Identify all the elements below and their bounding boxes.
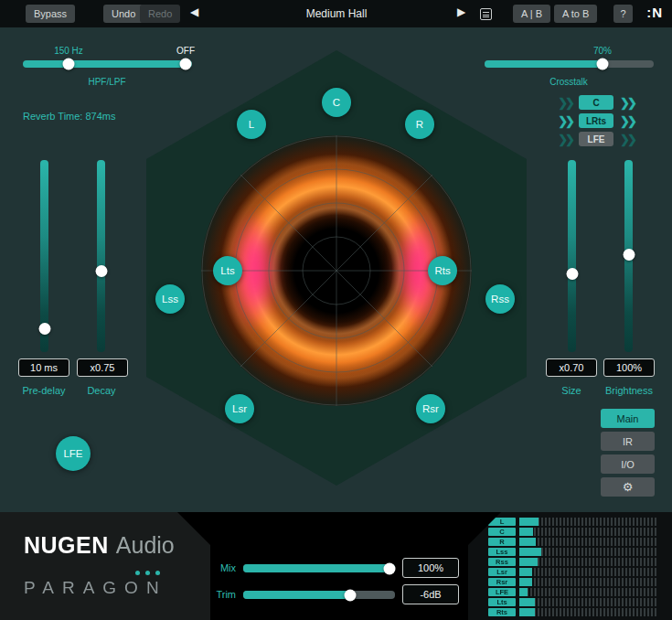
speaker-node-l[interactable]: L bbox=[237, 110, 266, 139]
bypass-button[interactable]: Bypass bbox=[26, 5, 75, 23]
speaker-node-lsr[interactable]: Lsr bbox=[225, 394, 254, 423]
hpf-lpf-slider[interactable] bbox=[23, 60, 192, 68]
mix-fill bbox=[243, 564, 395, 572]
pre-delay-handle[interactable] bbox=[38, 323, 50, 335]
meter-channel-label[interactable]: C bbox=[488, 528, 516, 536]
routing-out-chevron-icon[interactable]: ❯❯ bbox=[620, 115, 635, 127]
bottom-bar: NUGENAudio PARAGON Mix 100% Trim -6dB L … bbox=[0, 512, 672, 620]
meter-bar bbox=[519, 558, 656, 566]
meter-channel-label[interactable]: Lss bbox=[488, 548, 516, 556]
meter-channel-label[interactable]: R bbox=[488, 538, 516, 546]
decay-label: Decay bbox=[71, 385, 132, 396]
meter-bar bbox=[519, 568, 656, 576]
size-slider[interactable] bbox=[568, 160, 576, 352]
tab-main[interactable]: Main bbox=[601, 409, 655, 428]
previous-preset-icon[interactable]: ◀ bbox=[190, 5, 198, 18]
mix-value[interactable]: 100% bbox=[402, 558, 459, 578]
nugen-logo: :N bbox=[646, 5, 663, 20]
hpf-value-label: 150 Hz bbox=[41, 46, 96, 56]
brand-panel: NUGENAudio PARAGON bbox=[0, 512, 212, 620]
size-label: Size bbox=[549, 385, 594, 396]
meter-row: LFE bbox=[488, 587, 656, 597]
crosstalk-value-label: 70% bbox=[580, 46, 625, 56]
crosstalk-fill bbox=[485, 60, 603, 68]
settings-gear-button[interactable]: ⚙ bbox=[601, 477, 655, 497]
speaker-node-r[interactable]: R bbox=[405, 110, 434, 139]
meter-row: Rts bbox=[488, 607, 656, 617]
pre-delay-value[interactable]: 10 ms bbox=[18, 358, 69, 377]
meter-channel-label[interactable]: Rss bbox=[488, 558, 516, 566]
lpf-handle[interactable] bbox=[180, 59, 192, 70]
list-icon bbox=[480, 8, 492, 20]
routing-row-c: ❯❯ C ❯❯ bbox=[545, 94, 647, 111]
brightness-label: Brightness bbox=[592, 385, 666, 396]
speaker-node-rsr[interactable]: Rsr bbox=[416, 394, 445, 423]
ab-compare-button[interactable]: A | B bbox=[513, 5, 550, 23]
undo-button[interactable]: Undo bbox=[103, 5, 144, 23]
trim-value[interactable]: -6dB bbox=[402, 584, 459, 604]
meter-bar bbox=[519, 548, 656, 556]
routing-out-chevron-icon[interactable]: ❯❯ bbox=[620, 134, 635, 145]
trim-handle[interactable] bbox=[345, 589, 357, 601]
meter-channel-label[interactable]: Rts bbox=[488, 608, 516, 616]
trim-label: Trim bbox=[199, 589, 236, 600]
hpf-handle[interactable] bbox=[63, 59, 75, 70]
crosstalk-label: Crosstalk bbox=[532, 77, 605, 87]
routing-lfe-button[interactable]: LFE bbox=[579, 132, 613, 146]
product-name: PARAGON bbox=[24, 578, 167, 598]
meter-channel-label[interactable]: L bbox=[488, 518, 516, 526]
size-value[interactable]: x0.70 bbox=[546, 358, 597, 377]
meter-channel-label[interactable]: Lts bbox=[488, 598, 516, 606]
mix-slider[interactable] bbox=[243, 564, 395, 572]
redo-button[interactable]: Redo bbox=[140, 5, 180, 23]
decay-handle[interactable] bbox=[95, 265, 107, 277]
hpf-lpf-label: HPF/LPF bbox=[70, 77, 144, 87]
pre-delay-slider[interactable] bbox=[40, 160, 48, 352]
help-button[interactable]: ? bbox=[613, 5, 633, 23]
routing-out-chevron-icon[interactable]: ❯❯ bbox=[620, 97, 635, 109]
next-preset-icon[interactable]: ▶ bbox=[457, 5, 465, 18]
speaker-node-lts[interactable]: Lts bbox=[213, 256, 242, 285]
meter-row: Lts bbox=[488, 597, 656, 607]
routing-in-chevron-icon[interactable]: ❯❯ bbox=[558, 134, 572, 145]
meter-channel-label[interactable]: LFE bbox=[488, 588, 516, 596]
tab-io[interactable]: I/O bbox=[601, 454, 655, 474]
speaker-node-lss[interactable]: Lss bbox=[155, 284, 185, 314]
trim-fill bbox=[243, 591, 354, 599]
decay-value[interactable]: x0.75 bbox=[77, 358, 128, 377]
speaker-node-rss[interactable]: Rss bbox=[485, 284, 515, 314]
meter-rows: L C R Lss Rss Lsr Rsr LFE Lts Rts bbox=[488, 517, 656, 617]
speaker-node-rts[interactable]: Rts bbox=[428, 256, 457, 285]
a-to-b-button[interactable]: A to B bbox=[554, 5, 597, 23]
preset-list-button[interactable] bbox=[476, 5, 496, 23]
meter-channel-label[interactable]: Rsr bbox=[488, 578, 516, 586]
meter-bar bbox=[519, 578, 656, 586]
brightness-value[interactable]: 100% bbox=[603, 358, 655, 377]
brightness-handle[interactable] bbox=[623, 249, 635, 261]
meter-row: Rsr bbox=[488, 577, 656, 587]
routing-in-chevron-icon[interactable]: ❯❯ bbox=[558, 97, 572, 109]
routing-lrts-button[interactable]: LRts bbox=[579, 113, 613, 128]
crosstalk-handle[interactable] bbox=[597, 59, 609, 70]
speaker-node-c[interactable]: C bbox=[322, 88, 351, 117]
meter-row: Lsr bbox=[488, 567, 656, 577]
size-handle[interactable] bbox=[566, 268, 578, 280]
paragon-plugin-window: Bypass Undo Redo ◀ Medium Hall ▶ A | B A… bbox=[0, 0, 672, 620]
preset-name[interactable]: Medium Hall bbox=[238, 7, 435, 20]
speaker-node-lfe[interactable]: LFE bbox=[56, 436, 91, 471]
routing-in-chevron-icon[interactable]: ❯❯ bbox=[558, 115, 572, 127]
gear-icon: ⚙ bbox=[623, 480, 634, 494]
mix-handle[interactable] bbox=[384, 562, 396, 574]
meter-bar bbox=[519, 528, 656, 536]
crosstalk-slider[interactable] bbox=[485, 60, 654, 68]
routing-c-button[interactable]: C bbox=[579, 95, 613, 110]
pre-delay-label: Pre-delay bbox=[9, 385, 79, 396]
brightness-slider[interactable] bbox=[624, 160, 633, 352]
meter-panel: L C R Lss Rss Lsr Rsr LFE Lts Rts bbox=[468, 512, 672, 620]
trim-slider[interactable] bbox=[243, 591, 395, 599]
decay-slider[interactable] bbox=[97, 160, 105, 352]
meter-channel-label[interactable]: Lsr bbox=[488, 568, 516, 576]
meter-bar bbox=[519, 518, 656, 526]
meter-row: Rss bbox=[488, 557, 656, 567]
tab-ir[interactable]: IR bbox=[601, 432, 655, 451]
